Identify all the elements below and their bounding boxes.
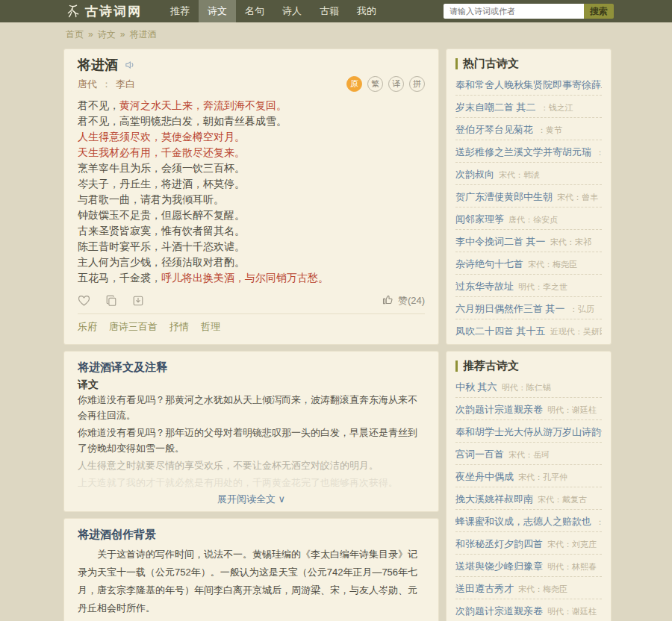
list-item: 挽大溪姚祥叔即南宋代：戴复古	[455, 487, 602, 510]
nav-item-2[interactable]: 名句	[236, 0, 273, 22]
list-item: 杂诗绝句十七首宋代：梅尧臣	[455, 252, 602, 275]
poem-link[interactable]: 李中令挽词二首 其一	[455, 236, 546, 247]
poem-tool-button[interactable]: 译	[388, 76, 404, 92]
poem-link[interactable]: 过东华寺故址	[455, 281, 514, 292]
poem-card: 将进酒 唐代 ： 李白 原繁译拼 君不见，黄河之水天上来，奔流到海不复回。君不见…	[63, 49, 439, 345]
volume-icon[interactable]	[124, 59, 136, 71]
poem-link[interactable]: 送田遵古秀才	[455, 583, 514, 594]
nav-item-3[interactable]: 诗人	[273, 0, 311, 22]
poem-line: 陈王昔时宴平乐，斗酒十千恣欢谑。	[78, 239, 425, 255]
poem-link[interactable]: 次韵题计宗道觐亲卷	[455, 605, 543, 617]
poem-link[interactable]: 凤吹二十四首 其十五	[455, 325, 546, 337]
recommended-poems-card: 推荐古诗文 中秋 其六明代：陈仁锡次韵题计宗道觐亲卷明代：谢廷柱奉和胡学士光大侍…	[446, 351, 612, 621]
poem-link[interactable]: 奉和常舍人晚秋集贤院即事寄徐薛二侍郎	[455, 79, 602, 90]
poem-meta: 近现代：吴妍因	[550, 327, 602, 336]
poem-link[interactable]: 送彭稚修之兰溪文学并寄胡元瑞	[455, 146, 591, 157]
tag-link[interactable]: 抒情	[169, 320, 189, 334]
poem-line: 主人何为言少钱，径须沽取对君酌。	[78, 255, 425, 270]
nav-item-5[interactable]: 我的	[348, 0, 385, 22]
poem-link[interactable]: 中秋 其六	[455, 381, 497, 393]
poem-link[interactable]: 夜坐舟中偶成	[455, 471, 514, 482]
poem-link[interactable]: 和张秘丞灯夕韵四首	[455, 538, 543, 549]
poem-tool-button[interactable]: 繁	[367, 76, 383, 92]
site-logo[interactable]: 古诗词网	[66, 3, 142, 20]
breadcrumb-item[interactable]: 首页	[66, 29, 84, 40]
tag-link[interactable]: 哲理	[201, 320, 220, 334]
copy-icon[interactable]	[105, 295, 117, 307]
poem-meta: ：金天羽	[596, 517, 602, 526]
list-item: 闻邻家理筝唐代：徐安贞	[455, 207, 602, 230]
like-button[interactable]: 赞(24)	[382, 293, 425, 308]
expand-full-text-link[interactable]: 展开阅读全文 ∨	[78, 492, 425, 508]
nav-item-1[interactable]: 诗文	[199, 0, 236, 22]
translation-card: 将进酒译文及注释 译文 你难道没有看见吗？那黄河之水犹如从天上倾泻而来，波涛翻滚…	[63, 351, 439, 512]
poem-tool-button[interactable]: 原	[346, 76, 362, 92]
poem-line: 钟鼓馔玉不足贵，但愿长醉不复醒。	[78, 207, 425, 223]
poem-link[interactable]: 岁末自嘲二首 其二	[455, 102, 536, 113]
poem-link[interactable]: 次韵叔向	[455, 169, 494, 180]
poem-segment: 岑夫子，丹丘生，将进酒，杯莫停。	[78, 178, 245, 190]
list-item: 奉和常舍人晚秋集贤院即事寄徐薛二侍郎	[455, 73, 602, 96]
download-icon[interactable]	[132, 295, 144, 307]
list-item: 奉和胡学士光大侍从游万岁山诗韵十首 其	[455, 420, 602, 443]
background-title: 将进酒创作背景	[78, 528, 425, 541]
site-title: 古诗词网	[85, 3, 142, 20]
poem-meta: ：钱之江	[541, 103, 573, 112]
poem-tool-button[interactable]: 拼	[409, 76, 425, 92]
poem-meta: 宋代：岳珂	[508, 450, 550, 459]
poem-link[interactable]: 宫词一百首	[455, 449, 504, 460]
list-item: 凤吹二十四首 其十五近现代：吴妍因	[455, 319, 602, 341]
poem-link[interactable]: 蜂课蜜和议成，志德人之赔款也	[455, 516, 591, 527]
breadcrumb-item: 将进酒	[129, 29, 156, 40]
meta-separator: ：	[102, 78, 111, 91]
poem-segment: 古来圣贤皆寂寞，惟有饮者留其名。	[78, 225, 245, 237]
poem-segment: 天生我材必有用，千金散尽还复来。	[78, 146, 245, 158]
hot-poems-header: 热门古诗文	[455, 57, 602, 70]
hot-poems-title: 热门古诗文	[463, 57, 519, 70]
poem-segment: 钟鼓馔玉不足贵，但愿长醉不复醒。	[78, 209, 245, 221]
like-count: 赞(24)	[398, 294, 425, 308]
poem-line: 岑夫子，丹丘生，将进酒，杯莫停。	[78, 176, 425, 192]
tag-link[interactable]: 唐诗三百首	[109, 320, 158, 334]
poem-dynasty: 唐代	[78, 78, 97, 91]
poem-segment: 呼儿将出换美酒，与尔同销万古愁。	[161, 272, 329, 284]
poem-link[interactable]: 挽大溪姚祥叔即南	[455, 493, 533, 505]
list-item: 李中令挽词二首 其一宋代：宋祁	[455, 230, 602, 252]
accent-bar	[455, 361, 458, 372]
nav-item-4[interactable]: 古籍	[311, 0, 348, 22]
poem-segment: 主人何为言少钱，径须沽取对君酌。	[78, 256, 245, 268]
search-input[interactable]	[444, 4, 584, 19]
list-item: 过东华寺故址明代：李之世	[455, 275, 602, 297]
favorite-icon[interactable]	[78, 295, 90, 307]
translation-paragraph: 上天造就了我的才干就必然是有用处的，千两黄金花完了也能够再次获得。	[78, 475, 425, 490]
breadcrumb-item[interactable]: 诗文	[98, 29, 116, 40]
poem-link[interactable]: 贺广东漕使黄郎中生朝	[455, 191, 553, 202]
list-item: 贺广东漕使黄郎中生朝宋代：曾丰	[455, 185, 602, 207]
poem-link[interactable]: 六月朔日偶然作三首 其一	[455, 303, 565, 314]
poem-link[interactable]: 登伯牙琴台见菊花	[455, 124, 533, 135]
poem-tools: 原繁译拼	[346, 76, 425, 92]
poem-link[interactable]: 奉和胡学士光大侍从游万岁山诗韵十首 其	[455, 426, 602, 437]
poem-tags: 乐府唐诗三百首抒情哲理	[78, 314, 425, 340]
nav-item-0[interactable]: 推荐	[161, 0, 199, 22]
hot-poems-card: 热门古诗文 奉和常舍人晚秋集贤院即事寄徐薛二侍郎岁末自嘲二首 其二：钱之江登伯牙…	[446, 49, 612, 345]
poem-meta: ：弘历	[570, 305, 594, 313]
poem-meta: 明代：林熙春	[547, 562, 597, 571]
poem-link[interactable]: 闻邻家理筝	[455, 213, 504, 225]
translation-paragraph: 人生得意之时就要尽情的享受欢乐，不要让金杯无酒空对皎洁的明月。	[78, 458, 425, 473]
hot-list: 奉和常舍人晚秋集贤院即事寄徐薛二侍郎岁末自嘲二首 其二：钱之江登伯牙琴台见菊花：…	[455, 73, 602, 341]
poem-meta: 宋代：梅尧臣	[528, 260, 577, 269]
main-nav: 推荐诗文名句诗人古籍我的	[161, 0, 385, 22]
poem-author-link[interactable]: 李白	[116, 78, 135, 91]
logo-icon	[66, 4, 81, 19]
list-item: 次韵叔向宋代：韩淲	[455, 163, 602, 185]
poem-meta: 宋代：戴复古	[538, 495, 587, 504]
main-column: 将进酒 唐代 ： 李白 原繁译拼 君不见，黄河之水天上来，奔流到海不复回。君不见…	[63, 49, 439, 621]
poem-link[interactable]: 次韵题计宗道觐亲卷	[455, 404, 543, 415]
search-button[interactable]: 搜索	[584, 4, 614, 19]
tag-link[interactable]: 乐府	[78, 320, 97, 334]
list-item: 岁末自嘲二首 其二：钱之江	[455, 96, 602, 118]
poem-link[interactable]: 杂诗绝句十七首	[455, 258, 523, 269]
sidebar: 热门古诗文 奉和常舍人晚秋集贤院即事寄徐薛二侍郎岁末自嘲二首 其二：钱之江登伯牙…	[446, 49, 612, 621]
poem-link[interactable]: 送堪舆饶少峰归豫章	[455, 561, 543, 572]
